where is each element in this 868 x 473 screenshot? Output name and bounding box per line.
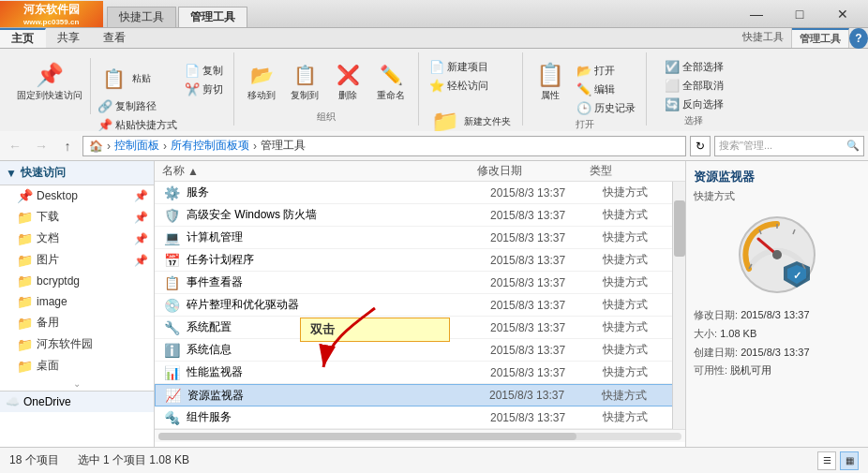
easy-access-icon: ⭐	[429, 78, 444, 93]
file-name: 服务	[187, 185, 490, 200]
quick-access-label: 快速访问	[21, 165, 66, 181]
file-row[interactable]: 💻 计算机管理 2015/8/3 13:37 快捷方式	[155, 227, 685, 249]
file-row[interactable]: 📋 事件查看器 2015/8/3 13:37 快捷方式	[155, 272, 685, 294]
ribbon-tab-share[interactable]: 共享	[46, 28, 92, 48]
invert-select-button[interactable]: 🔄 反向选择	[662, 96, 726, 112]
scroll-indicator: ⌄	[0, 377, 154, 391]
sidebar: ▼ 快速访问 📌 Desktop 📌 📁 下载 📌 📁 文档 📌 📁 图片	[0, 161, 155, 447]
quick-access-header[interactable]: ▼ 快速访问	[0, 161, 154, 185]
scrollbar-thumb[interactable]	[674, 200, 685, 257]
preview-icon-area: ✓	[694, 213, 861, 297]
paste-label: 粘贴	[132, 73, 151, 84]
file-name: 任务计划程序	[187, 252, 490, 268]
col-type-header[interactable]: 类型	[590, 163, 665, 179]
ribbon-group-manage-tools[interactable]: 管理工具	[792, 28, 849, 48]
bc-all-control-panel[interactable]: 所有控制面板项	[171, 138, 249, 154]
open-label: 打开	[576, 118, 594, 131]
copy-icon: 📄	[185, 63, 200, 78]
ribbon-group-quick-tools[interactable]: 快捷工具	[735, 28, 792, 48]
sidebar-item-docs[interactable]: 📁 文档 📌	[0, 228, 154, 249]
logo: 河东软件园 www.pc0359.cn	[0, 1, 103, 27]
file-icon: 🔩	[162, 408, 181, 427]
bc-control-panel[interactable]: 控制面板	[114, 138, 159, 154]
up-button[interactable]: ↑	[56, 135, 79, 157]
file-row[interactable]: ℹ️ 系统信息 2015/8/3 13:37 快捷方式	[155, 339, 685, 362]
view-buttons: ☰ ▦	[817, 451, 859, 470]
file-row[interactable]: ⚙️ 服务 2015/8/3 13:37 快捷方式	[155, 182, 685, 204]
paste-button[interactable]: 📋 粘贴	[95, 62, 180, 96]
easy-access-button[interactable]: ⭐ 轻松访问	[427, 77, 491, 94]
refresh-button[interactable]: ↻	[690, 136, 711, 156]
pin-button[interactable]: 📌 固定到快速访问	[13, 58, 86, 103]
sidebar-item-desktop[interactable]: 📌 Desktop 📌	[0, 185, 154, 206]
file-row[interactable]: 🔧 系统配置 双击 2015/8/3 13:37 快捷方式	[155, 317, 685, 339]
folder-icon: 📌	[17, 188, 33, 203]
rename-button[interactable]: ✏️ 重命名	[371, 58, 411, 103]
sidebar-item-desktop2[interactable]: 📁 桌面	[0, 355, 154, 377]
file-type: 快捷方式	[603, 319, 678, 335]
file-type: 快捷方式	[602, 388, 677, 404]
copy-button[interactable]: 📄 复制	[182, 62, 226, 79]
view-list-button[interactable]: ☰	[817, 451, 836, 470]
ribbon-tabs: 主页 共享 查看 快捷工具 管理工具 ?	[0, 28, 868, 49]
ribbon-group-organize: 📂 移动到 📋 复制到 ❌ 删除 ✏️ 重命名 组织	[234, 52, 419, 126]
copy-to-button[interactable]: 📋 复制到	[285, 58, 324, 103]
delete-button[interactable]: ❌ 删除	[328, 58, 367, 103]
file-row-selected[interactable]: 📈 资源监视器 2015/8/3 13:37 快捷方式	[155, 384, 685, 406]
onedrive-section[interactable]: ☁️ OneDrive	[0, 391, 154, 412]
col-date-header[interactable]: 修改日期	[477, 163, 590, 179]
file-icon: 💻	[162, 229, 181, 247]
edit-button[interactable]: ✏️ 编辑	[574, 81, 638, 97]
sidebar-item-downloads[interactable]: 📁 下载 📌	[0, 206, 154, 228]
file-name: 碎片整理和优化驱动器	[187, 297, 490, 313]
move-to-button[interactable]: 📂 移动到	[242, 58, 281, 103]
file-row[interactable]: 💿 碎片整理和优化驱动器 2015/8/3 13:37 快捷方式	[155, 294, 685, 317]
col-name-header[interactable]: 名称 ▲	[162, 163, 477, 179]
search-icon: 🔍	[846, 140, 860, 152]
history-button[interactable]: 🕒 历史记录	[574, 99, 638, 116]
sidebar-item-label: 下载	[37, 209, 130, 225]
address-field[interactable]: 🏠 › 控制面板 › 所有控制面板项 › 管理工具	[82, 136, 686, 156]
file-type: 快捷方式	[603, 274, 678, 290]
minimize-button[interactable]: —	[735, 1, 778, 27]
scrollbar-track[interactable]	[672, 182, 685, 429]
new-item-icon: 📄	[429, 59, 444, 74]
preview-title: 资源监视器	[694, 169, 861, 185]
select-all-button[interactable]: ☑️ 全部选择	[662, 58, 726, 75]
sidebar-item-label: 文档	[37, 230, 130, 246]
search-box[interactable]: 搜索"管理... 🔍	[714, 136, 864, 156]
file-row[interactable]: 📊 性能监视器 2015/8/3 13:37 快捷方式	[155, 362, 685, 384]
help-button[interactable]: ?	[849, 28, 868, 49]
deselect-button[interactable]: ⬜ 全部取消	[662, 77, 726, 94]
ribbon-tab-view[interactable]: 查看	[92, 28, 138, 48]
open-button[interactable]: 📂 打开	[574, 62, 638, 79]
maximize-button[interactable]: □	[778, 1, 821, 27]
file-row[interactable]: 📅 任务计划程序 2015/8/3 13:37 快捷方式	[155, 249, 685, 272]
new-item-button[interactable]: 📄 新建项目	[427, 58, 491, 75]
file-date: 2015/8/3 13:37	[490, 209, 603, 222]
file-row[interactable]: 🛡️ 高级安全 Windows 防火墙 2015/8/3 13:37 快捷方式	[155, 204, 685, 227]
horizontal-scrollbar[interactable]	[155, 429, 685, 442]
sidebar-item-image[interactable]: 📁 image	[0, 291, 154, 312]
folder-icon: 📁	[17, 231, 33, 246]
sidebar-item-label: 图片	[37, 252, 130, 268]
sidebar-item-pictures[interactable]: 📁 图片 📌	[0, 249, 154, 271]
sidebar-item-bcryptdg[interactable]: 📁 bcryptdg	[0, 271, 154, 291]
invert-icon: 🔄	[665, 96, 680, 111]
tab-manage-tools[interactable]: 管理工具	[178, 7, 247, 27]
tab-quick-tools[interactable]: 快捷工具	[107, 7, 176, 27]
forward-button[interactable]: →	[30, 135, 52, 157]
ribbon-group-open: 📋 属性 📂 打开 ✏️ 编辑 🕒 历史记录	[523, 52, 647, 126]
size-label: 大小:	[694, 328, 717, 339]
back-button[interactable]: ←	[4, 135, 26, 157]
copy-path-button[interactable]: 🔗 复制路径	[95, 97, 180, 114]
file-row[interactable]: 🔩 组件服务 2015/8/3 13:37 快捷方式	[155, 406, 685, 429]
close-button[interactable]: ✕	[821, 1, 864, 27]
properties-button[interactable]: 📋 属性	[531, 58, 570, 103]
ribbon-tab-home[interactable]: 主页	[0, 28, 46, 48]
cut-button[interactable]: ✂️ 剪切	[182, 81, 226, 97]
sidebar-item-backup[interactable]: 📁 备用	[0, 312, 154, 333]
sidebar-item-hedong[interactable]: 📁 河东软件园	[0, 333, 154, 355]
view-tiles-button[interactable]: ▦	[840, 451, 859, 470]
sort-icon: ▲	[187, 165, 199, 178]
